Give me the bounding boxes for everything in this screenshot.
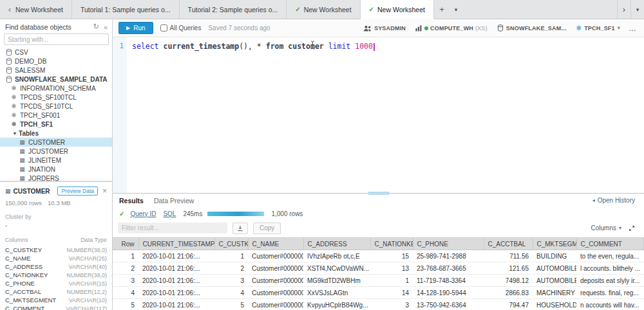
panel-resize-handle[interactable] bbox=[368, 192, 390, 195]
query-duration-bar bbox=[207, 212, 264, 216]
tree-item-database-expanded[interactable]: SNOWFLAKE_SAMPLE_DATA bbox=[0, 75, 112, 84]
table-row[interactable]: 52020-10-01 21:06:...5Customer#000000...… bbox=[113, 299, 644, 310]
column-type: NUMBER(38,0) bbox=[66, 272, 107, 278]
download-results-button[interactable] bbox=[232, 223, 248, 234]
tree-item-schema[interactable]: ✻TPCDS_SF10TCL bbox=[0, 102, 112, 111]
result-row-count: 1,000 rows bbox=[271, 210, 303, 217]
column-header[interactable]: C_CUSTKEY bbox=[214, 238, 248, 250]
table-row[interactable]: 22020-10-01 21:06:...2Customer#000000...… bbox=[113, 262, 644, 275]
tree-item-schema-expanded[interactable]: ✻TPCH_SF1 bbox=[0, 120, 112, 129]
tree-item-table[interactable]: ▦JORDERS bbox=[0, 174, 112, 181]
table-row[interactable]: 32020-10-01 21:06:...3Customer#000000...… bbox=[113, 275, 644, 287]
object-search-input[interactable] bbox=[4, 33, 109, 45]
tree-item-database[interactable]: SALESSM bbox=[0, 66, 112, 75]
copy-button[interactable]: Copy bbox=[253, 223, 281, 234]
warehouse-selector[interactable]: COMPUTE_WH (XS) bbox=[415, 25, 488, 32]
tree-item-database[interactable]: CSV bbox=[0, 48, 112, 57]
tree-item-schema[interactable]: ✻INFORMATION_SCHEMA bbox=[0, 84, 112, 93]
database-selector[interactable]: SNOWFLAKE_SAM... bbox=[497, 24, 567, 32]
close-icon[interactable]: × bbox=[102, 187, 107, 195]
column-header[interactable]: C_PHONE bbox=[413, 238, 484, 250]
column-header[interactable]: CURRENT_TIMESTAMP bbox=[138, 238, 214, 250]
tree-item-table[interactable]: ▦JLINEITEM bbox=[0, 156, 112, 165]
tree-item-table[interactable]: ▦JNATION bbox=[0, 165, 112, 174]
table-row[interactable]: 12020-10-01 21:06:...1Customer#000000...… bbox=[113, 250, 644, 262]
cluster-by-value: - bbox=[5, 222, 107, 229]
tree-item-table[interactable]: ▦JCUSTOMER bbox=[0, 147, 112, 156]
table-cell: Customer#000000... bbox=[248, 299, 303, 310]
tree-item-tables-folder[interactable]: ▾Tables bbox=[0, 129, 112, 138]
tab-new-worksheet-1[interactable]: ‹ New Worksheet bbox=[0, 0, 72, 19]
tree-item-label: SALESSM bbox=[15, 67, 45, 74]
tree-item-schema[interactable]: ✻TPCH_SF001 bbox=[0, 111, 112, 120]
role-selector[interactable]: SYSADMIN bbox=[363, 25, 406, 32]
tree-item-table-customer[interactable]: ▦CUSTOMER bbox=[0, 138, 112, 147]
tab-scroll-right-button[interactable]: › bbox=[617, 0, 630, 19]
filter-results-input[interactable] bbox=[118, 223, 227, 233]
tab-new-worksheet-2[interactable]: ✓ New Worksheet bbox=[287, 0, 360, 19]
table-cell: 2020-10-01 21:06:... bbox=[138, 250, 214, 262]
chevron-left-icon: ‹ bbox=[8, 6, 11, 14]
schema-icon: ✻ bbox=[10, 85, 17, 91]
tab-results[interactable]: Results bbox=[119, 197, 144, 205]
column-header[interactable]: C_MKTSEGMENT bbox=[533, 238, 576, 250]
column-name: C_ACCTBAL bbox=[5, 288, 41, 295]
column-header[interactable]: C_COMMENT bbox=[576, 238, 644, 250]
table-cell: MG9kdTD2WBHm bbox=[303, 275, 370, 287]
table-icon: ▦ bbox=[19, 175, 26, 181]
tab-new-worksheet-active[interactable]: ✓ New Worksheet bbox=[361, 0, 434, 19]
table-cell: 2866.83 bbox=[484, 287, 533, 299]
table-cell: AUTOMOBILE bbox=[533, 262, 576, 275]
table-cell: KvpyuHCplrB84Wg... bbox=[303, 299, 370, 310]
more-options-button[interactable]: … bbox=[629, 24, 637, 33]
worksheet-toolbar: ▶ Run All Queries Saved 7 seconds ago SY… bbox=[113, 19, 644, 37]
refresh-icon[interactable]: ↻ bbox=[93, 23, 99, 31]
column-header[interactable]: C_ADDRESS bbox=[303, 238, 370, 250]
tab-data-preview[interactable]: Data Preview bbox=[154, 197, 194, 205]
worksheet-main: ▶ Run All Queries Saved 7 seconds ago SY… bbox=[113, 19, 644, 310]
column-header[interactable]: C_NATIONKEY bbox=[370, 238, 413, 250]
sql-editor[interactable]: 1 select current_timestamp(), * from cus… bbox=[113, 37, 644, 193]
schema-icon: ✻ bbox=[10, 121, 17, 127]
run-button[interactable]: ▶ Run bbox=[118, 22, 153, 34]
tab-tutorial-1[interactable]: Tutorial 1: Sample queries o... bbox=[72, 0, 180, 19]
table-row[interactable]: 42020-10-01 21:06:...4Customer#000000...… bbox=[113, 287, 644, 299]
tree-item-database[interactable]: DEMO_DB bbox=[0, 57, 112, 66]
tree-item-label: INFORMATION_SCHEMA bbox=[20, 85, 96, 92]
column-name: C_PHONE bbox=[5, 280, 35, 287]
results-filter-bar: Copy Columns ▾ bbox=[113, 220, 644, 236]
table-cell: 4 bbox=[113, 287, 138, 299]
tab-label: Tutorial 1: Sample queries o... bbox=[80, 6, 171, 14]
table-cell: HOUSEHOLD bbox=[533, 299, 576, 310]
table-cell: Customer#000000... bbox=[248, 287, 303, 299]
warehouse-label: COMPUTE_WH bbox=[430, 25, 473, 32]
collapse-sidebar-icon[interactable]: « bbox=[104, 23, 108, 31]
editor-code-line[interactable]: select current_timestamp(), * from custo… bbox=[127, 37, 644, 193]
schema-selector[interactable]: ✻ TPCH_SF1 ▾ bbox=[576, 24, 620, 32]
tree-item-schema[interactable]: ✻TPCDS_SF100TCL bbox=[0, 93, 112, 102]
column-header[interactable]: C_ACCTBAL bbox=[484, 238, 533, 250]
column-header[interactable]: C_NAME bbox=[248, 238, 303, 250]
table-cell: 14-128-190-5944 bbox=[413, 287, 484, 299]
all-queries-checkbox[interactable] bbox=[160, 24, 167, 32]
all-queries-toggle[interactable]: All Queries bbox=[160, 24, 202, 32]
query-id-link[interactable]: Query ID bbox=[130, 210, 156, 217]
database-sidebar: Find database objects ↻ « CSV DEMO_DB SA… bbox=[0, 19, 113, 310]
tree-item-label: SNOWFLAKE_SAMPLE_DATA bbox=[15, 76, 108, 83]
query-status-bar: ✓ Query ID SQL 245ms 1,000 rows bbox=[113, 207, 644, 220]
expand-results-button[interactable] bbox=[629, 225, 635, 232]
database-icon bbox=[5, 67, 12, 74]
tree-item-label: JLINEITEM bbox=[28, 157, 61, 164]
add-worksheet-button[interactable]: + bbox=[434, 0, 450, 19]
column-header[interactable]: Row bbox=[113, 238, 138, 250]
sql-link[interactable]: SQL bbox=[163, 210, 176, 217]
open-history-button[interactable]: ◂ Open History bbox=[592, 197, 635, 204]
preview-data-button[interactable]: Preview Data bbox=[57, 187, 98, 196]
worksheet-menu-caret[interactable]: ▾ bbox=[450, 0, 462, 19]
tab-tutorial-2[interactable]: Tutorial 2: Sample queries o... bbox=[180, 0, 287, 19]
columns-menu-button[interactable]: Columns ▾ bbox=[591, 224, 621, 232]
column-name: C_NATIONKEY bbox=[5, 271, 48, 278]
tree-item-label: TPCDS_SF100TCL bbox=[20, 94, 77, 101]
table-icon: ▦ bbox=[19, 157, 26, 163]
tab-list-button[interactable]: ▾ bbox=[630, 0, 644, 19]
